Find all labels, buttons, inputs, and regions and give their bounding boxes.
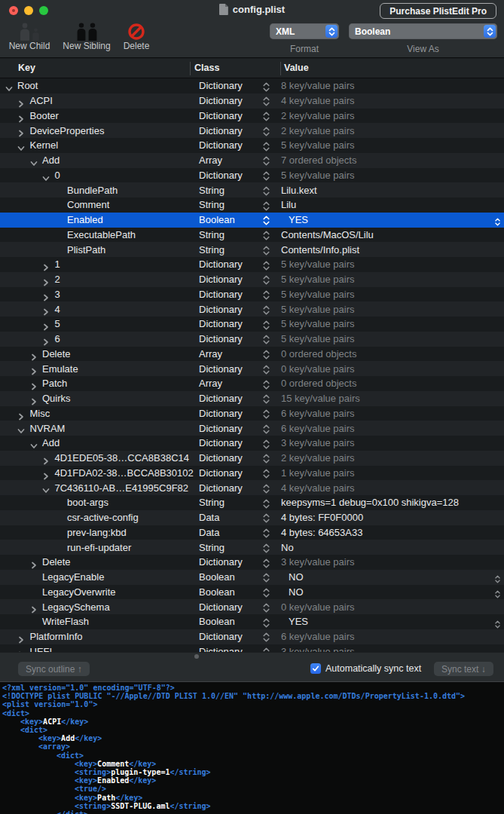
outline-row[interactable]: AddArray7 ordered objects xyxy=(0,153,504,168)
row-key[interactable]: 4D1EDE05-38…CCA8B38C14 xyxy=(55,452,189,464)
row-value[interactable]: 3 key/value pairs xyxy=(281,556,355,568)
row-class-popup[interactable]: String xyxy=(199,497,225,508)
disclosure-collapsed-icon[interactable] xyxy=(17,648,25,653)
row-class-popup[interactable]: Dictionary xyxy=(199,125,243,136)
row-value[interactable]: 5 key/value pairs xyxy=(281,289,355,300)
outline-row[interactable]: BooterDictionary2 key/value pairs xyxy=(0,109,504,124)
view-as-popup[interactable]: Boolean xyxy=(349,23,497,39)
row-key[interactable]: Add xyxy=(42,437,60,448)
row-key[interactable]: Booter xyxy=(30,110,59,121)
row-value[interactable]: NO xyxy=(289,571,304,583)
disclosure-expanded-icon[interactable] xyxy=(42,172,50,179)
disclosure-collapsed-icon[interactable] xyxy=(17,97,25,105)
row-value[interactable]: 5 key/value pairs xyxy=(281,333,355,344)
disclosure-collapsed-icon[interactable] xyxy=(17,112,25,120)
row-value[interactable]: 0 ordered objects xyxy=(281,348,356,360)
row-value[interactable]: 4 key/value pairs xyxy=(281,482,355,494)
outline-row[interactable]: 1Dictionary5 key/value pairs xyxy=(0,257,504,272)
column-header-value[interactable]: Value xyxy=(284,63,309,73)
row-key[interactable]: Misc xyxy=(30,408,50,419)
row-key[interactable]: Quirks xyxy=(42,393,71,404)
row-key[interactable]: 3 xyxy=(55,289,60,300)
row-key[interactable]: 5 xyxy=(55,318,60,329)
outline-row[interactable]: csr-active-configData4 bytes: FF0F0000 xyxy=(0,510,504,525)
xml-source-view[interactable]: <?xml version="1.0" encoding="UTF-8"?><!… xyxy=(0,681,504,814)
row-value[interactable]: YES xyxy=(289,616,308,627)
row-key[interactable]: ACPI xyxy=(30,95,53,106)
row-class-popup[interactable]: Dictionary xyxy=(199,170,243,181)
row-class-popup[interactable]: String xyxy=(199,185,225,196)
column-divider[interactable] xyxy=(190,62,191,75)
row-key[interactable]: 6 xyxy=(55,333,60,344)
row-key[interactable]: LegacyEnable xyxy=(42,571,104,583)
row-class-popup[interactable]: Dictionary xyxy=(199,110,243,121)
row-class-popup[interactable]: Dictionary xyxy=(199,437,243,448)
disclosure-expanded-icon[interactable] xyxy=(30,157,38,164)
outline-row[interactable]: boot-argsStringkeepsyms=1 debug=0x100 sh… xyxy=(0,495,504,510)
row-class-popup[interactable]: Dictionary xyxy=(199,631,243,642)
outline-row[interactable]: 3Dictionary5 key/value pairs xyxy=(0,287,504,302)
outline-row[interactable]: PatchArray0 ordered objects xyxy=(0,376,504,391)
outline-row[interactable]: 4D1EDE05-38…CCA8B38C14Dictionary2 key/va… xyxy=(0,451,504,466)
row-key[interactable]: BundlePath xyxy=(67,185,118,196)
outline-row[interactable]: 0Dictionary5 key/value pairs xyxy=(0,168,504,183)
outline-row[interactable]: 5Dictionary5 key/value pairs xyxy=(0,317,504,332)
outline-row[interactable]: LegacySchemaDictionary0 key/value pairs xyxy=(0,599,504,614)
disclosure-collapsed-icon[interactable] xyxy=(42,470,50,477)
format-popup[interactable]: XML xyxy=(270,23,339,39)
outline-row[interactable]: KernelDictionary5 key/value pairs xyxy=(0,138,504,153)
row-value[interactable]: Contents/Info.plist xyxy=(281,244,359,256)
row-value[interactable]: 6 key/value pairs xyxy=(281,631,355,642)
disclosure-collapsed-icon[interactable] xyxy=(17,127,25,134)
row-value[interactable]: 7 ordered objects xyxy=(281,155,356,166)
row-class-popup[interactable]: Dictionary xyxy=(199,274,243,285)
outline-row[interactable]: PlatformInfoDictionary6 key/value pairs xyxy=(0,629,504,644)
row-key[interactable]: prev-lang:kbd xyxy=(67,527,127,538)
row-key[interactable]: Emulate xyxy=(42,363,78,375)
row-key[interactable]: Delete xyxy=(42,348,71,360)
outline-row[interactable]: 7C436110-AB…E41995C9F82Dictionary4 key/v… xyxy=(0,480,504,495)
row-class-popup[interactable]: Dictionary xyxy=(199,556,243,568)
row-class-popup[interactable]: Data xyxy=(199,527,219,538)
outline-row[interactable]: 4D1FDA02-38…BCCA8B30102Dictionary1 key/v… xyxy=(0,466,504,481)
disclosure-collapsed-icon[interactable] xyxy=(30,395,38,402)
row-value[interactable]: Lilu xyxy=(281,199,296,210)
row-value[interactable]: 5 key/value pairs xyxy=(281,259,355,270)
outline-row[interactable]: EmulateDictionary0 key/value pairs xyxy=(0,361,504,376)
row-key[interactable]: 4 xyxy=(55,304,60,315)
class-stepper-icon[interactable] xyxy=(263,647,270,652)
row-value[interactable]: keepsyms=1 debug=0x100 shikigva=128 xyxy=(281,497,459,508)
row-value[interactable]: Contents/MacOS/Lilu xyxy=(281,229,374,240)
row-class-popup[interactable]: Boolean xyxy=(199,586,235,598)
sync-text-button[interactable]: Sync text ↓ xyxy=(434,662,493,676)
row-class-popup[interactable]: Dictionary xyxy=(199,467,243,479)
disclosure-collapsed-icon[interactable] xyxy=(30,350,38,358)
row-value[interactable]: NO xyxy=(289,586,304,598)
row-value[interactable]: 3 key/value pairs xyxy=(281,646,355,652)
row-value[interactable]: 0 key/value pairs xyxy=(281,363,355,375)
row-class-popup[interactable]: Dictionary xyxy=(199,80,243,91)
row-value[interactable]: 1 key/value pairs xyxy=(281,467,355,479)
new-child-button[interactable]: New Child xyxy=(3,23,56,51)
outline-row[interactable]: AddDictionary3 key/value pairs xyxy=(0,436,504,451)
disclosure-collapsed-icon[interactable] xyxy=(30,380,38,387)
outline-row[interactable]: LegacyOverwriteBooleanNO xyxy=(0,585,504,600)
auto-sync-checkbox[interactable] xyxy=(310,663,321,674)
disclosure-collapsed-icon[interactable] xyxy=(42,261,50,268)
disclosure-expanded-icon[interactable] xyxy=(30,439,38,447)
row-key[interactable]: Add xyxy=(42,155,60,166)
outline-row[interactable]: DeleteArray0 ordered objects xyxy=(0,347,504,362)
row-class-popup[interactable]: String xyxy=(199,542,225,553)
outline-row[interactable]: 4Dictionary5 key/value pairs xyxy=(0,301,504,317)
row-key[interactable]: Comment xyxy=(67,199,109,210)
purchase-button[interactable]: Purchase PlistEdit Pro xyxy=(380,3,496,19)
row-value[interactable]: 4 key/value pairs xyxy=(281,95,355,106)
outline-row[interactable]: LegacyEnableBooleanNO xyxy=(0,570,504,585)
row-value[interactable]: 5 key/value pairs xyxy=(281,274,355,285)
outline-row[interactable]: MiscDictionary6 key/value pairs xyxy=(0,406,504,421)
row-value[interactable]: 0 ordered objects xyxy=(281,378,356,389)
row-key[interactable]: UEFI xyxy=(30,646,53,652)
row-class-popup[interactable]: Array xyxy=(199,378,222,389)
outline-row[interactable]: 2Dictionary5 key/value pairs xyxy=(0,272,504,287)
outline-row[interactable]: 6Dictionary5 key/value pairs xyxy=(0,332,504,347)
